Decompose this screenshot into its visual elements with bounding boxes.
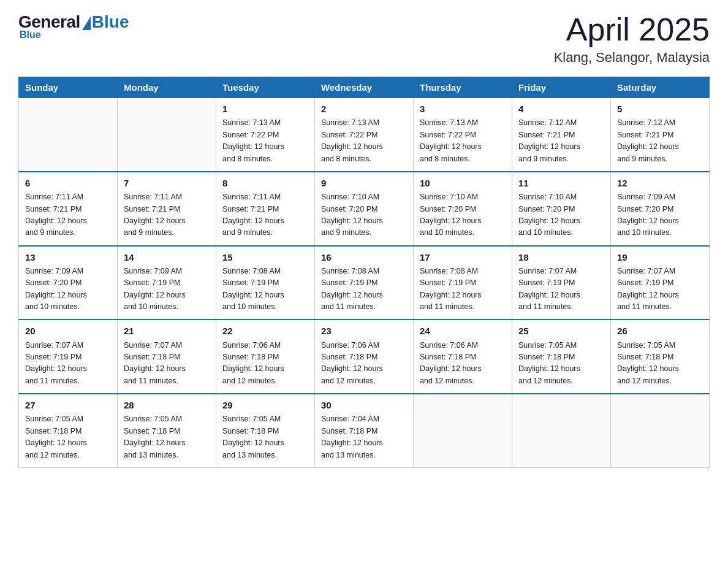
day-info: Sunrise: 7:07 AMSunset: 7:19 PMDaylight:… <box>25 340 111 388</box>
location-subtitle: Klang, Selangor, Malaysia <box>554 50 710 66</box>
main-title: April 2025 <box>554 12 710 47</box>
day-number: 10 <box>420 176 506 190</box>
day-number: 11 <box>518 176 604 190</box>
calendar-week-row: 6Sunrise: 7:11 AMSunset: 7:21 PMDaylight… <box>19 172 710 246</box>
calendar-cell: 11Sunrise: 7:10 AMSunset: 7:20 PMDayligh… <box>512 172 611 246</box>
day-number: 1 <box>222 102 308 116</box>
page-header: General Blue Blue April 2025 Klang, Sela… <box>18 12 710 66</box>
calendar-cell: 20Sunrise: 7:07 AMSunset: 7:19 PMDayligh… <box>19 320 118 394</box>
calendar-cell <box>19 98 118 172</box>
day-number: 17 <box>420 250 506 264</box>
day-info: Sunrise: 7:12 AMSunset: 7:21 PMDaylight:… <box>617 117 703 165</box>
day-number: 2 <box>321 102 407 116</box>
calendar-cell: 1Sunrise: 7:13 AMSunset: 7:22 PMDaylight… <box>216 98 315 172</box>
day-number: 7 <box>124 176 210 190</box>
day-info: Sunrise: 7:09 AMSunset: 7:20 PMDaylight:… <box>25 266 111 313</box>
day-info: Sunrise: 7:05 AMSunset: 7:18 PMDaylight:… <box>222 413 308 461</box>
calendar-cell: 15Sunrise: 7:08 AMSunset: 7:19 PMDayligh… <box>216 246 315 320</box>
calendar-cell: 10Sunrise: 7:10 AMSunset: 7:20 PMDayligh… <box>414 172 512 246</box>
day-number: 12 <box>617 176 703 190</box>
day-number: 21 <box>124 324 210 338</box>
day-info: Sunrise: 7:07 AMSunset: 7:19 PMDaylight:… <box>617 266 703 313</box>
day-info: Sunrise: 7:13 AMSunset: 7:22 PMDaylight:… <box>321 117 407 165</box>
day-info: Sunrise: 7:07 AMSunset: 7:19 PMDaylight:… <box>518 266 604 313</box>
calendar-cell: 14Sunrise: 7:09 AMSunset: 7:19 PMDayligh… <box>118 246 216 320</box>
day-info: Sunrise: 7:06 AMSunset: 7:18 PMDaylight:… <box>420 340 506 388</box>
day-number: 29 <box>222 398 308 412</box>
calendar-cell: 30Sunrise: 7:04 AMSunset: 7:18 PMDayligh… <box>315 394 414 467</box>
calendar-header-tuesday: Tuesday <box>216 77 315 98</box>
day-info: Sunrise: 7:08 AMSunset: 7:19 PMDaylight:… <box>321 266 407 313</box>
day-number: 18 <box>518 250 604 264</box>
calendar-header-monday: Monday <box>118 77 216 98</box>
calendar-cell: 29Sunrise: 7:05 AMSunset: 7:18 PMDayligh… <box>216 394 315 467</box>
day-info: Sunrise: 7:08 AMSunset: 7:19 PMDaylight:… <box>222 266 308 313</box>
day-number: 23 <box>321 324 407 338</box>
calendar-header-friday: Friday <box>512 77 611 98</box>
calendar-cell: 16Sunrise: 7:08 AMSunset: 7:19 PMDayligh… <box>315 246 414 320</box>
calendar-cell: 21Sunrise: 7:07 AMSunset: 7:18 PMDayligh… <box>118 320 216 394</box>
day-info: Sunrise: 7:13 AMSunset: 7:22 PMDaylight:… <box>420 117 506 165</box>
day-number: 9 <box>321 176 407 190</box>
calendar-header-thursday: Thursday <box>414 77 512 98</box>
calendar-cell: 24Sunrise: 7:06 AMSunset: 7:18 PMDayligh… <box>414 320 512 394</box>
logo-bottom-text: Blue <box>20 29 41 40</box>
day-info: Sunrise: 7:09 AMSunset: 7:19 PMDaylight:… <box>124 266 210 313</box>
day-number: 30 <box>321 398 407 412</box>
day-info: Sunrise: 7:11 AMSunset: 7:21 PMDaylight:… <box>124 191 210 239</box>
calendar-cell: 5Sunrise: 7:12 AMSunset: 7:21 PMDaylight… <box>611 98 710 172</box>
calendar-week-row: 1Sunrise: 7:13 AMSunset: 7:22 PMDaylight… <box>19 98 710 172</box>
calendar-table: SundayMondayTuesdayWednesdayThursdayFrid… <box>18 77 710 468</box>
logo: General Blue Blue <box>18 12 129 40</box>
calendar-cell: 8Sunrise: 7:11 AMSunset: 7:21 PMDaylight… <box>216 172 315 246</box>
day-info: Sunrise: 7:06 AMSunset: 7:18 PMDaylight:… <box>222 340 308 388</box>
day-number: 5 <box>617 102 703 116</box>
calendar-week-row: 13Sunrise: 7:09 AMSunset: 7:20 PMDayligh… <box>19 246 710 320</box>
day-info: Sunrise: 7:04 AMSunset: 7:18 PMDaylight:… <box>321 413 407 461</box>
day-info: Sunrise: 7:05 AMSunset: 7:18 PMDaylight:… <box>518 340 604 388</box>
day-info: Sunrise: 7:10 AMSunset: 7:20 PMDaylight:… <box>518 191 604 239</box>
day-info: Sunrise: 7:06 AMSunset: 7:18 PMDaylight:… <box>321 340 407 388</box>
calendar-cell <box>118 98 216 172</box>
calendar-cell: 6Sunrise: 7:11 AMSunset: 7:21 PMDaylight… <box>19 172 118 246</box>
logo-blue-text: Blue <box>92 12 129 32</box>
calendar-cell: 4Sunrise: 7:12 AMSunset: 7:21 PMDaylight… <box>512 98 611 172</box>
day-info: Sunrise: 7:12 AMSunset: 7:21 PMDaylight:… <box>518 117 604 165</box>
title-block: April 2025 Klang, Selangor, Malaysia <box>554 12 710 66</box>
calendar-cell <box>512 394 611 467</box>
day-info: Sunrise: 7:07 AMSunset: 7:18 PMDaylight:… <box>124 340 210 388</box>
calendar-header-row: SundayMondayTuesdayWednesdayThursdayFrid… <box>19 77 710 98</box>
day-number: 25 <box>518 324 604 338</box>
calendar-header-wednesday: Wednesday <box>315 77 414 98</box>
day-number: 14 <box>124 250 210 264</box>
day-number: 3 <box>420 102 506 116</box>
day-info: Sunrise: 7:10 AMSunset: 7:20 PMDaylight:… <box>321 191 407 239</box>
day-number: 8 <box>222 176 308 190</box>
day-number: 13 <box>25 250 111 264</box>
day-info: Sunrise: 7:09 AMSunset: 7:20 PMDaylight:… <box>617 191 703 239</box>
day-number: 26 <box>617 324 703 338</box>
day-info: Sunrise: 7:08 AMSunset: 7:19 PMDaylight:… <box>420 266 506 313</box>
day-number: 22 <box>222 324 308 338</box>
calendar-cell: 2Sunrise: 7:13 AMSunset: 7:22 PMDaylight… <box>315 98 414 172</box>
day-number: 27 <box>25 398 111 412</box>
day-info: Sunrise: 7:11 AMSunset: 7:21 PMDaylight:… <box>222 191 308 239</box>
calendar-week-row: 20Sunrise: 7:07 AMSunset: 7:19 PMDayligh… <box>19 320 710 394</box>
calendar-cell <box>611 394 710 467</box>
calendar-cell: 28Sunrise: 7:05 AMSunset: 7:18 PMDayligh… <box>118 394 216 467</box>
calendar-cell: 17Sunrise: 7:08 AMSunset: 7:19 PMDayligh… <box>414 246 512 320</box>
calendar-cell: 22Sunrise: 7:06 AMSunset: 7:18 PMDayligh… <box>216 320 315 394</box>
calendar-cell: 26Sunrise: 7:05 AMSunset: 7:18 PMDayligh… <box>611 320 710 394</box>
calendar-cell <box>414 394 512 467</box>
calendar-cell: 12Sunrise: 7:09 AMSunset: 7:20 PMDayligh… <box>611 172 710 246</box>
day-info: Sunrise: 7:13 AMSunset: 7:22 PMDaylight:… <box>222 117 308 165</box>
day-number: 15 <box>222 250 308 264</box>
day-number: 19 <box>617 250 703 264</box>
calendar-header-sunday: Sunday <box>19 77 118 98</box>
day-number: 4 <box>518 102 604 116</box>
calendar-cell: 3Sunrise: 7:13 AMSunset: 7:22 PMDaylight… <box>414 98 512 172</box>
day-number: 28 <box>124 398 210 412</box>
day-info: Sunrise: 7:05 AMSunset: 7:18 PMDaylight:… <box>124 413 210 461</box>
calendar-week-row: 27Sunrise: 7:05 AMSunset: 7:18 PMDayligh… <box>19 394 710 467</box>
calendar-cell: 19Sunrise: 7:07 AMSunset: 7:19 PMDayligh… <box>611 246 710 320</box>
